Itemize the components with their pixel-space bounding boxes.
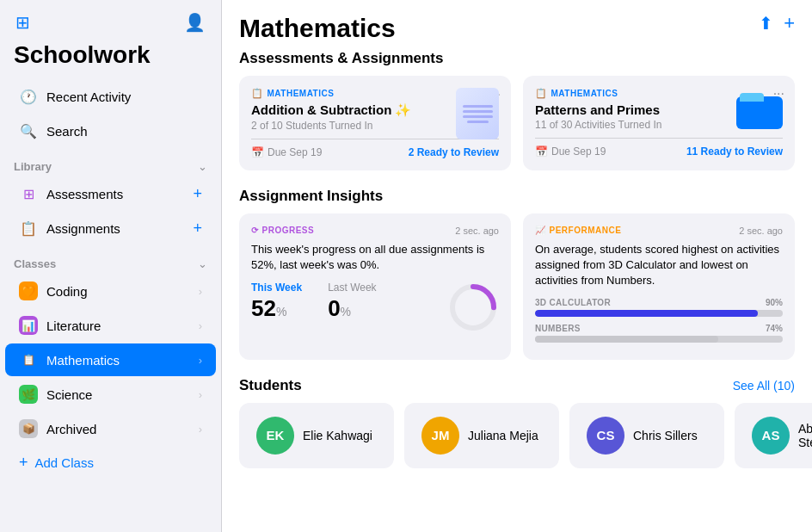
toggle-sidebar-button[interactable]: ⊞	[14, 10, 32, 34]
mathematics-class-icon: 📋	[19, 350, 38, 369]
card-1-footer: 📅 Due Sep 19 11 Ready to Review	[535, 138, 783, 158]
last-week-label: Last Week	[328, 281, 376, 294]
performance-time: 2 sec. ago	[739, 226, 783, 236]
card-0-due: 📅 Due Sep 19	[251, 146, 322, 158]
assessments-icon: ⊞	[19, 184, 38, 203]
bar-0-label-row: 3D CALCULATOR 90%	[535, 298, 783, 307]
library-chevron-icon[interactable]: ⌄	[198, 160, 207, 173]
students-section-title: Students	[239, 377, 302, 394]
assignment-card-0: 📋 MATHEMATICS ♡ ··· Addition & Subtracti…	[239, 76, 511, 170]
card-1-review[interactable]: 11 Ready to Review	[686, 145, 783, 158]
literature-label: Literature	[46, 319, 190, 333]
progress-donut	[447, 281, 499, 333]
bar-1-fill	[535, 336, 718, 343]
add-class-plus-icon: +	[19, 454, 28, 472]
student-2-avatar: CS	[587, 417, 624, 455]
assignments-icon: 📋	[19, 219, 38, 238]
sidebar-item-science[interactable]: 🌿 Science ›	[5, 378, 216, 411]
export-button[interactable]: ⬆	[759, 13, 773, 34]
last-week-value: 0	[328, 295, 340, 321]
performance-header: 📈 PERFORMANCE 2 sec. ago	[535, 226, 783, 237]
performance-tag: 📈 PERFORMANCE	[535, 226, 621, 235]
calendar-icon: 📅	[251, 146, 264, 158]
nav-recent-activity-label: Recent Activity	[46, 90, 202, 104]
see-all-button[interactable]: See All (10)	[733, 379, 795, 393]
bar-1-pct: 74%	[766, 324, 783, 333]
progress-card: ⟳ PROGRESS 2 sec. ago This week's progre…	[239, 213, 511, 360]
progress-tag: ⟳ PROGRESS	[251, 226, 314, 235]
add-class-label: Add Class	[35, 455, 94, 470]
sidebar-item-coding[interactable]: 🧡 Coding ›	[5, 275, 216, 307]
mathematics-label: Mathematics	[46, 353, 190, 368]
bar-row-1: NUMBERS 74%	[535, 324, 783, 343]
student-1-name: Juliana Mejia	[468, 429, 538, 442]
this-week-label: This Week	[251, 281, 302, 294]
student-card-2: CS Chris Sillers	[569, 403, 724, 468]
card-0-review[interactable]: 2 Ready to Review	[409, 146, 499, 158]
sidebar-item-assignments[interactable]: 📋 Assignments +	[5, 212, 216, 244]
nav-search-label: Search	[46, 124, 202, 139]
progress-text: This week's progress on all due assignme…	[251, 242, 499, 273]
library-title: Library	[14, 160, 52, 173]
bar-1-track	[535, 336, 783, 343]
assessments-section-header: Assessments & Assignments	[239, 50, 795, 67]
sidebar-item-mathematics[interactable]: 📋 Mathematics ›	[5, 343, 216, 376]
sidebar-item-assessments[interactable]: ⊞ Assessments +	[5, 177, 216, 210]
performance-bars: 3D CALCULATOR 90% NUMBERS 74%	[535, 298, 783, 343]
archived-class-icon: 📦	[19, 419, 38, 438]
student-card-3: AS Abbi Stein	[735, 403, 812, 468]
classes-section-header: Classes ⌄	[0, 245, 221, 274]
student-3-name: Abbi Stein	[798, 422, 812, 449]
performance-icon: 📈	[535, 226, 546, 235]
assignment-cards-row: 📋 MATHEMATICS ♡ ··· Addition & Subtracti…	[239, 76, 795, 170]
card-1-tag-icon: 📋	[535, 88, 548, 99]
app-title: Schoolwork	[0, 38, 221, 79]
archived-label: Archived	[46, 422, 190, 436]
bar-row-0: 3D CALCULATOR 90%	[535, 298, 783, 317]
add-button[interactable]: +	[784, 12, 795, 34]
top-actions: ⬆ +	[759, 12, 795, 34]
clock-icon: 🕐	[19, 87, 38, 106]
main-content: ⬆ + Mathematics Assessments & Assignment…	[222, 0, 812, 532]
student-3-avatar: AS	[752, 417, 790, 455]
student-card-1: JM Juliana Mejia	[404, 403, 559, 468]
search-icon: 🔍	[19, 121, 38, 140]
sidebar-item-archived[interactable]: 📦 Archived ›	[5, 412, 216, 445]
assignments-label: Assignments	[46, 221, 184, 236]
literature-chevron-icon: ›	[199, 319, 202, 332]
classes-chevron-icon[interactable]: ⌄	[198, 257, 207, 270]
add-class-row[interactable]: + Add Class	[5, 447, 216, 479]
progress-stats: This Week 52% Last Week 0%	[251, 281, 499, 333]
add-assessment-button[interactable]: +	[193, 185, 202, 203]
progress-time: 2 sec. ago	[455, 226, 499, 236]
classes-title: Classes	[14, 257, 56, 270]
sidebar-item-literature[interactable]: 📊 Literature ›	[5, 309, 216, 342]
insights-section-header: Assignment Insights	[239, 188, 795, 205]
bar-0-fill	[535, 310, 758, 317]
performance-text: On average, students scored highest on a…	[535, 242, 783, 289]
sidebar-item-search[interactable]: 🔍 Search	[5, 114, 216, 147]
coding-chevron-icon: ›	[199, 285, 202, 298]
science-label: Science	[46, 387, 190, 402]
page-title: Mathematics	[239, 14, 795, 43]
bar-1-name: NUMBERS	[535, 324, 581, 333]
card-1-thumbnail	[736, 88, 783, 129]
card-0-footer: 📅 Due Sep 19 2 Ready to Review	[251, 139, 499, 158]
sidebar-item-recent-activity[interactable]: 🕐 Recent Activity	[5, 80, 216, 113]
progress-header: ⟳ PROGRESS 2 sec. ago	[251, 226, 499, 237]
coding-label: Coding	[46, 284, 190, 299]
student-1-avatar: JM	[421, 417, 459, 455]
science-chevron-icon: ›	[199, 388, 202, 401]
card-1-due: 📅 Due Sep 19	[535, 145, 606, 158]
bar-0-name: 3D CALCULATOR	[535, 298, 611, 307]
insights-row: ⟳ PROGRESS 2 sec. ago This week's progre…	[239, 213, 795, 360]
student-0-avatar: EK	[256, 417, 294, 455]
performance-card: 📈 PERFORMANCE 2 sec. ago On average, stu…	[523, 213, 795, 360]
this-week-value: 52	[251, 295, 276, 321]
user-profile-button[interactable]: 👤	[182, 10, 207, 34]
calendar-1-icon: 📅	[535, 145, 548, 158]
assignment-card-1: 📋 MATHEMATICS ··· Patterns and Primes 11…	[523, 76, 795, 170]
add-assignment-button[interactable]: +	[193, 220, 202, 238]
science-class-icon: 🌿	[19, 385, 38, 404]
student-0-name: Elie Kahwagi	[303, 429, 372, 442]
